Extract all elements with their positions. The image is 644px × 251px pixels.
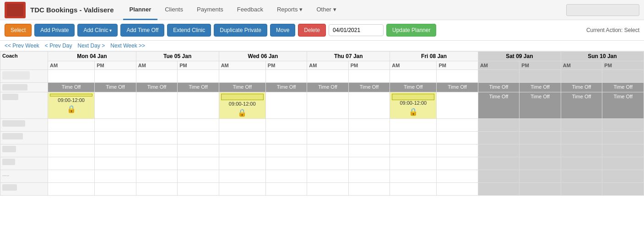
nav-clients[interactable]: Clients <box>158 0 189 20</box>
time-off-cell-sun3: Time Off <box>602 92 644 119</box>
prev-day-link[interactable]: < Prev Day <box>45 43 72 49</box>
day-mon: Mon 04 Jan <box>48 52 136 61</box>
other-caret-icon: ▾ <box>333 6 336 13</box>
ampm-header-row: AM PM AM PM AM PM AM PM AM PM AM PM AM P… <box>0 61 644 70</box>
coach-header: Coach <box>0 52 48 70</box>
table-row <box>0 70 644 83</box>
time-off-cell: Time Off <box>437 83 478 92</box>
coach-cell <box>0 70 48 83</box>
day-tue: Tue 05 Jan <box>136 52 219 61</box>
fri-am: AM <box>390 61 437 70</box>
clinic-cell-mon-am[interactable]: 09:00-12:00 🔒 <box>48 92 95 119</box>
table-row <box>0 144 644 157</box>
time-off-cell: Time Off <box>307 83 348 92</box>
time-off-cell-sun2: Time Off <box>561 92 602 119</box>
mon-pm: PM <box>95 61 136 70</box>
table-row <box>0 183 644 196</box>
time-off-cell: Time Off <box>48 83 95 92</box>
inner-clinic <box>221 94 264 100</box>
tue-am: AM <box>136 61 177 70</box>
lock-icon: 🔒 <box>392 107 434 116</box>
wed-am: AM <box>219 61 265 70</box>
coach-cell <box>0 119 48 132</box>
time-off-cell-sat: Time Off <box>520 83 561 92</box>
prev-week-link[interactable]: << Prev Week <box>5 43 39 49</box>
time-off-cell: Time Off <box>178 83 219 92</box>
clinic-cell-wed-am[interactable]: 09:00-12:00 🔒 <box>219 92 265 119</box>
sun-am: AM <box>561 61 602 70</box>
mon-am: AM <box>48 61 95 70</box>
nav-reports[interactable]: Reports ▾ <box>271 0 309 20</box>
sat-pm: PM <box>520 61 561 70</box>
add-private-button[interactable]: Add Private <box>34 24 75 37</box>
app-title: TDC Bookings - Valdisere <box>30 6 114 14</box>
reports-caret-icon: ▾ <box>299 6 303 13</box>
clinic-cell-fri-am[interactable]: 09:00-12:00 🔒 <box>390 92 437 119</box>
lock-icon: 🔒 <box>221 108 264 117</box>
clinic-time: 09:00-12:00 <box>392 100 434 106</box>
move-button[interactable]: Move <box>270 24 295 37</box>
time-off-cell-sat: Time Off <box>478 83 519 92</box>
coach-cell: ..... <box>0 170 48 183</box>
update-planner-button[interactable]: Update Planner <box>386 24 436 37</box>
wed-pm: PM <box>265 61 307 70</box>
day-header-row: Coach Mon 04 Jan Tue 05 Jan Wed 06 Jan T… <box>0 52 644 61</box>
coach-cell <box>0 157 48 170</box>
date-input[interactable] <box>329 24 384 36</box>
coach-cell <box>0 92 48 119</box>
table-row <box>0 157 644 170</box>
sat-am: AM <box>478 61 519 70</box>
select-button[interactable]: Select <box>5 24 32 37</box>
next-day-link[interactable]: Next Day > <box>78 43 105 49</box>
table-row <box>0 132 644 144</box>
duplicate-private-button[interactable]: Duplicate Private <box>214 24 267 37</box>
time-off-cell: Time Off <box>348 83 390 92</box>
time-off-cell: Time Off <box>219 83 265 92</box>
lock-icon: 🔒 <box>50 105 92 113</box>
nav-payments[interactable]: Payments <box>190 0 230 20</box>
time-off-cell-sat3: Time Off <box>520 92 561 119</box>
table-row: Time Off Time Off Time Off Time Off Time… <box>0 83 644 92</box>
coach-cell <box>0 183 48 196</box>
time-off-cell: Time Off <box>390 83 437 92</box>
planner-table: Coach Mon 04 Jan Tue 05 Jan Wed 06 Jan T… <box>0 51 644 196</box>
time-off-cell-sun: Time Off <box>561 83 602 92</box>
add-clinic-button[interactable]: Add Clinic ▾ <box>77 24 118 37</box>
day-wed: Wed 06 Jan <box>219 52 307 61</box>
coach-cell <box>0 132 48 144</box>
current-action-label: Current Action: Select <box>586 27 639 33</box>
thu-am: AM <box>307 61 348 70</box>
nav-feedback[interactable]: Feedback <box>231 0 270 20</box>
thu-pm: PM <box>348 61 390 70</box>
table-row: 09:00-12:00 🔒 09:00-12:00 🔒 <box>0 92 644 119</box>
day-fri: Fri 08 Jan <box>390 52 478 61</box>
nav-items: Planner Clients Payments Feedback Report… <box>123 0 566 20</box>
day-sun: Sun 10 Jan <box>561 52 644 61</box>
day-thu: Thu 07 Jan <box>307 52 390 61</box>
time-off-cell-sat2: Time Off <box>478 92 519 119</box>
extend-clinic-button[interactable]: Extend Clinic <box>167 24 211 37</box>
coach-cell <box>0 144 48 157</box>
add-time-off-button[interactable]: Add Time Off <box>120 24 164 37</box>
nav-links: << Prev Week < Prev Day Next Day > Next … <box>0 41 644 51</box>
time-off-cell: Time Off <box>136 83 177 92</box>
delete-button[interactable]: Delete <box>298 24 326 37</box>
top-nav: TDC Bookings - Valdisere Planner Clients… <box>0 0 644 20</box>
day-sat: Sat 09 Jan <box>478 52 561 61</box>
toolbar: Select Add Private Add Clinic ▾ Add Time… <box>0 20 644 41</box>
nav-search-input[interactable] <box>566 4 639 16</box>
clinic-time: 09:00-12:00 <box>50 97 92 103</box>
table-row: ..... <box>0 170 644 183</box>
coach-bar <box>2 71 30 80</box>
coach-cell <box>0 83 48 92</box>
tue-pm: PM <box>178 61 219 70</box>
add-clinic-caret-icon: ▾ <box>109 28 112 33</box>
fri-pm: PM <box>437 61 478 70</box>
next-week-link[interactable]: Next Week >> <box>110 43 145 49</box>
planner-container: Coach Mon 04 Jan Tue 05 Jan Wed 06 Jan T… <box>0 51 644 196</box>
nav-other[interactable]: Other ▾ <box>310 0 343 20</box>
sun-pm: PM <box>602 61 644 70</box>
nav-planner[interactable]: Planner <box>123 0 158 20</box>
logo-inner <box>7 4 23 16</box>
time-off-cell: Time Off <box>265 83 307 92</box>
